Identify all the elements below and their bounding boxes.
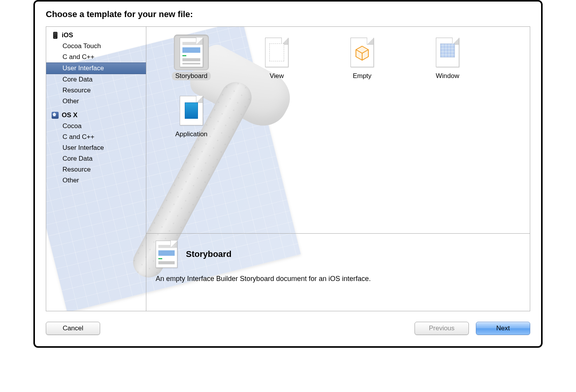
- iphone-icon: [52, 32, 59, 39]
- sidebar-group-label: iOS: [62, 31, 73, 39]
- sidebar-item-label: Resource: [62, 166, 91, 173]
- sidebar-item-label: Cocoa: [62, 122, 82, 130]
- detail-description: An empty Interface Builder Storyboard do…: [156, 275, 520, 283]
- template-detail-panel: Storyboard An empty Interface Builder St…: [146, 233, 530, 311]
- template-view[interactable]: View: [234, 32, 319, 90]
- sidebar-item-other[interactable]: Other: [46, 96, 146, 107]
- sidebar-item-label: Core Data: [62, 155, 92, 162]
- template-application[interactable]: Application: [149, 90, 234, 149]
- template-label: Storyboard: [172, 72, 210, 80]
- template-grid: Storyboard View: [146, 27, 530, 233]
- template-main: Storyboard View: [146, 27, 530, 311]
- empty-icon: [345, 35, 380, 70]
- sidebar-item-c-and-cpp[interactable]: C and C++: [46, 52, 146, 62]
- view-icon: [259, 35, 294, 70]
- dialog-title: Choose a template for your new file:: [35, 2, 541, 23]
- sidebar-item-core-data-osx[interactable]: Core Data: [46, 153, 146, 164]
- sidebar-group-ios: iOS: [46, 29, 146, 41]
- next-button[interactable]: Next: [476, 322, 530, 335]
- template-label: View: [267, 72, 287, 80]
- sidebar-item-other-osx[interactable]: Other: [46, 175, 146, 186]
- sidebar-item-label: Other: [62, 97, 79, 105]
- sidebar-item-cocoa[interactable]: Cocoa: [46, 121, 146, 132]
- sidebar-item-cocoa-touch[interactable]: Cocoa Touch: [46, 41, 146, 52]
- detail-storyboard-icon: [156, 241, 177, 268]
- sidebar-item-label: User Interface: [62, 144, 104, 151]
- sidebar-group-osx: OS X: [46, 109, 146, 121]
- sidebar-item-label: Cocoa Touch: [62, 42, 101, 50]
- dialog-footer: Cancel Previous Next: [46, 320, 530, 337]
- window-icon: [430, 35, 465, 70]
- finder-icon: [52, 112, 59, 119]
- template-empty[interactable]: Empty: [319, 32, 405, 90]
- sidebar-item-user-interface-osx[interactable]: User Interface: [46, 142, 146, 153]
- dialog-content: iOS Cocoa Touch C and C++ User Interface…: [46, 26, 530, 311]
- template-window[interactable]: Window: [405, 32, 490, 90]
- sidebar-item-resource-osx[interactable]: Resource: [46, 164, 146, 175]
- sidebar-item-c-and-cpp-osx[interactable]: C and C++: [46, 132, 146, 142]
- template-storyboard[interactable]: Storyboard: [149, 32, 234, 90]
- sidebar-item-resource[interactable]: Resource: [46, 85, 146, 96]
- template-label: Window: [433, 72, 462, 80]
- cancel-button[interactable]: Cancel: [46, 322, 100, 335]
- template-category-sidebar: iOS Cocoa Touch C and C++ User Interface…: [46, 27, 146, 311]
- new-file-dialog: Choose a template for your new file: iOS…: [33, 0, 543, 348]
- template-label: Empty: [350, 72, 375, 80]
- sidebar-item-label: C and C++: [62, 53, 94, 61]
- detail-title: Storyboard: [186, 249, 231, 259]
- sidebar-item-user-interface[interactable]: User Interface: [46, 62, 146, 74]
- sidebar-item-label: C and C++: [62, 133, 94, 140]
- sidebar-group-label: OS X: [62, 111, 78, 119]
- application-icon: [174, 93, 209, 128]
- template-label: Application: [172, 130, 210, 139]
- storyboard-icon: [174, 35, 209, 70]
- sidebar-item-label: User Interface: [62, 64, 104, 72]
- sidebar-item-label: Resource: [62, 87, 91, 94]
- sidebar-item-label: Core Data: [62, 76, 92, 83]
- previous-button[interactable]: Previous: [415, 322, 469, 335]
- sidebar-item-label: Other: [62, 177, 79, 184]
- sidebar-item-core-data[interactable]: Core Data: [46, 74, 146, 85]
